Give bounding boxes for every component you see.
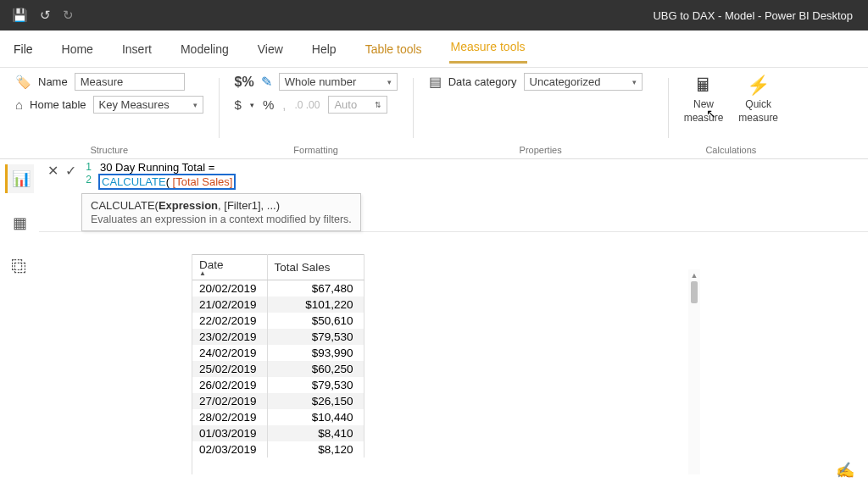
table-row[interactable]: 28/02/2019$10,440	[192, 409, 364, 425]
undo-icon[interactable]: ↺	[40, 8, 51, 23]
pencil-icon: ✎	[261, 74, 272, 90]
view-switcher: 📊 ▦ ⿻	[0, 159, 39, 488]
cell-total: $26,150	[267, 393, 364, 409]
table-row[interactable]: 01/03/2019$8,410	[192, 425, 364, 441]
ribbon: 🏷️ Name Measure ⌂ Home table Key Measure…	[0, 68, 868, 159]
name-input[interactable]: Measure	[75, 73, 185, 91]
tab-file[interactable]: File	[12, 37, 35, 61]
table-row[interactable]: 24/02/2019$93,990	[192, 345, 364, 361]
tab-modeling[interactable]: Modeling	[179, 37, 231, 61]
cell-total: $8,120	[267, 441, 364, 458]
data-category-label: Data category	[448, 75, 517, 88]
table-row[interactable]: 25/02/2019$60,250	[192, 361, 364, 377]
home-table-label: Home table	[30, 98, 86, 111]
home-icon: ⌂	[15, 97, 23, 112]
group-label-structure: Structure	[15, 145, 203, 158]
cell-date: 20/02/2019	[192, 280, 267, 297]
cell-total: $10,440	[267, 409, 364, 425]
group-label-properties: Properties	[429, 145, 653, 158]
tab-help[interactable]: Help	[310, 37, 338, 61]
table-visual[interactable]: Date Total Sales 20/02/2019$67,48021/02/…	[192, 254, 700, 474]
commit-formula-icon[interactable]: ✓	[65, 163, 76, 179]
formula-line-2: CALCULATE( [Total Sales]	[98, 174, 236, 190]
calculator-icon: 🖩	[694, 75, 713, 97]
thousands-button[interactable]: ,	[282, 97, 286, 112]
table-row[interactable]: 20/02/2019$67,480	[192, 280, 364, 297]
quick-measure-button[interactable]: ⚡ Quick measure	[738, 75, 778, 124]
model-view-icon[interactable]: ⿻	[5, 252, 34, 281]
app-title: UBG to DAX - Model - Power BI Desktop	[74, 9, 868, 22]
cell-date: 01/03/2019	[192, 425, 267, 441]
home-table-dropdown[interactable]: Key Measures▾	[93, 96, 203, 114]
name-label: Name	[38, 75, 68, 88]
cell-total: $79,530	[267, 329, 364, 345]
cell-date: 27/02/2019	[192, 393, 267, 409]
quick-access-toolbar: 💾 ↺ ↻	[0, 8, 74, 23]
cell-total: $93,990	[267, 345, 364, 361]
category-icon: ▤	[429, 74, 442, 90]
cell-date: 28/02/2019	[192, 409, 267, 425]
cell-date: 25/02/2019	[192, 361, 267, 377]
table-row[interactable]: 26/02/2019$79,530	[192, 377, 364, 393]
cell-date: 23/02/2019	[192, 329, 267, 345]
group-properties: ▤ Data category Uncategorized▾ Propertie…	[414, 73, 668, 158]
save-icon[interactable]: 💾	[12, 8, 28, 23]
watermark-icon: ✍	[836, 461, 854, 480]
scroll-up-icon[interactable]: ▲	[691, 269, 698, 281]
format-icon: $%	[235, 75, 254, 90]
cell-date: 24/02/2019	[192, 345, 267, 361]
table-row[interactable]: 27/02/2019$26,150	[192, 393, 364, 409]
cell-total: $8,410	[267, 425, 364, 441]
redo-icon[interactable]: ↻	[63, 8, 74, 23]
group-formatting: $%✎ Whole number▾ $▾ % , .0 .00 Auto⇅ Fo…	[220, 73, 413, 158]
group-label-calculations: Calculations	[684, 145, 778, 158]
ribbon-tabs: File Home Insert Modeling View Help Tabl…	[0, 30, 868, 68]
tag-icon: 🏷️	[15, 75, 31, 90]
data-view-icon[interactable]: ▦	[5, 208, 34, 237]
tab-table-tools[interactable]: Table tools	[364, 37, 424, 61]
tab-home[interactable]: Home	[60, 37, 95, 61]
table-row[interactable]: 02/03/2019$8,120	[192, 441, 364, 458]
cell-total: $101,220	[267, 297, 364, 313]
cell-total: $50,610	[267, 313, 364, 329]
cell-total: $60,250	[267, 361, 364, 377]
scrollbar[interactable]: ▲	[688, 269, 700, 474]
tab-insert[interactable]: Insert	[120, 37, 153, 61]
table-row[interactable]: 23/02/2019$79,530	[192, 329, 364, 345]
format-dropdown[interactable]: Whole number▾	[279, 73, 398, 91]
cancel-formula-icon[interactable]: ✕	[47, 163, 58, 179]
scroll-thumb[interactable]	[691, 281, 698, 303]
group-calculations: 🖩 New measure ⚡ Quick measure ↖ Calculat…	[669, 73, 793, 158]
data-category-dropdown[interactable]: Uncategorized▾	[524, 73, 643, 91]
percent-button[interactable]: %	[263, 97, 274, 112]
tab-view[interactable]: View	[256, 37, 285, 61]
formula-line-1: 30 Day Running Total =	[100, 161, 214, 174]
tab-measure-tools[interactable]: Measure tools	[449, 35, 527, 64]
cell-date: 21/02/2019	[192, 297, 267, 313]
table-row[interactable]: 22/02/2019$50,610	[192, 313, 364, 329]
decimal-places-input[interactable]: Auto⇅	[328, 96, 387, 114]
group-label-formatting: Formatting	[235, 145, 398, 158]
new-measure-button[interactable]: 🖩 New measure	[684, 75, 724, 124]
formula-bar: ✕ ✓ 130 Day Running Total = 2CALCULATE( …	[39, 159, 868, 232]
cell-date: 22/02/2019	[192, 313, 267, 329]
canvas: ✕ ✓ 130 Day Running Total = 2CALCULATE( …	[39, 159, 868, 488]
decimal-button[interactable]: .0 .00	[294, 99, 320, 111]
cell-total: $79,530	[267, 377, 364, 393]
title-bar: 💾 ↺ ↻ UBG to DAX - Model - Power BI Desk…	[0, 0, 868, 30]
cell-total: $67,480	[267, 280, 364, 297]
report-view-icon[interactable]: 📊	[5, 164, 34, 193]
formula-editor[interactable]: 130 Day Running Total = 2CALCULATE( [Tot…	[85, 159, 860, 231]
cell-date: 02/03/2019	[192, 441, 267, 458]
currency-button[interactable]: $	[235, 97, 242, 112]
cell-date: 26/02/2019	[192, 377, 267, 393]
table-row[interactable]: 21/02/2019$101,220	[192, 297, 364, 313]
column-header-total-sales[interactable]: Total Sales	[267, 255, 364, 280]
lightning-icon: ⚡	[747, 75, 770, 97]
group-structure: 🏷️ Name Measure ⌂ Home table Key Measure…	[0, 73, 219, 158]
column-header-date[interactable]: Date	[192, 255, 267, 280]
intellisense-tooltip: CALCULATE(Expression, [Filter1], ...) Ev…	[81, 193, 361, 231]
